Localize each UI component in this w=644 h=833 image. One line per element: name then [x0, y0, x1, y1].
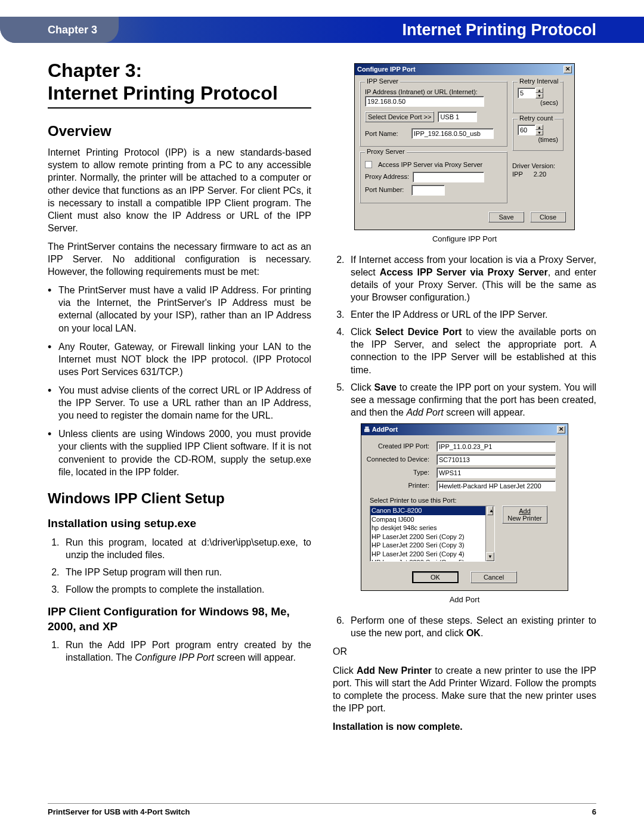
- figure-caption: Add Port: [333, 594, 596, 605]
- list-item: Click Select Device Port to view the ava…: [347, 326, 596, 376]
- close-icon[interactable]: ✕: [564, 66, 572, 73]
- chapter-tab: Chapter 3: [0, 17, 119, 43]
- list-item[interactable]: HP LaserJet 2200 Seri (Copy 2): [370, 532, 494, 541]
- config-steps-left: Run the Add IPP Port program entry creat…: [48, 639, 311, 664]
- spinner[interactable]: ▲▼: [535, 88, 543, 98]
- text: Click: [351, 327, 376, 337]
- text: screen will appear.: [214, 652, 296, 662]
- select-printer-label: Select Printer to use this Port:: [370, 496, 563, 505]
- connected-device-field: SC710113: [436, 454, 556, 465]
- text: Click: [351, 382, 374, 392]
- list-item[interactable]: hp deskjet 948c series: [370, 524, 494, 532]
- retry-count-input[interactable]: [518, 125, 535, 135]
- windows-setup-heading: Windows IPP Client Setup: [48, 489, 311, 508]
- spinner[interactable]: ▲▼: [535, 125, 543, 135]
- text-bold: Add New Printer: [357, 665, 432, 676]
- close-icon[interactable]: ✕: [557, 426, 565, 433]
- footer-left: PrintServer for USB with 4-Port Switch: [48, 807, 190, 816]
- list-item[interactable]: Canon BJC-8200: [370, 506, 494, 515]
- groupbox-legend: Retry count: [518, 114, 555, 123]
- list-item: If Internet access from your location is…: [347, 253, 596, 304]
- list-item[interactable]: HP LaserJet 2200 Seri (Copy 4): [370, 550, 494, 559]
- save-button[interactable]: Save: [488, 212, 524, 222]
- list-item: Enter the IP Address or URL of the IPP S…: [347, 308, 596, 321]
- dialog-title: 🖶 AddPort: [364, 425, 398, 434]
- complete-text: Installation is now complete.: [333, 720, 596, 733]
- install-steps: Run this program, located at d:\driver\i…: [48, 536, 311, 596]
- proxy-address-label: Proxy Address:: [365, 172, 409, 181]
- config-heading-line1: IPP Client Configuration for Windows 98,…: [48, 605, 290, 618]
- proxy-checkbox[interactable]: [365, 161, 372, 168]
- proxy-port-input[interactable]: [411, 185, 445, 196]
- text: Add: [519, 507, 531, 515]
- port-name-label: Port Name:: [365, 129, 408, 138]
- retry-interval-input[interactable]: [518, 88, 535, 98]
- add-new-printer-paragraph: Click Add New Printer to create a new pr…: [333, 664, 596, 714]
- requirements-list: The PrintServer must have a valid IP Add…: [48, 284, 311, 478]
- left-column: Chapter 3: Internet Printing Protocol Ov…: [48, 60, 311, 797]
- config-steps-right-cont: Perform one of these steps. Select an ex…: [333, 614, 596, 639]
- select-device-port-button[interactable]: Select Device Port >>: [365, 112, 434, 122]
- right-column: Configure IPP Port ✕ IPP Server IP Addre…: [333, 60, 596, 797]
- list-item: The IPP Setup program will then run.: [62, 566, 311, 578]
- type-field: WPS11: [436, 467, 556, 478]
- text-bold: OK: [466, 628, 481, 638]
- addport-dialog: 🖶 AddPort ✕ Created IPP Port:IPP_11.0.0.…: [361, 423, 568, 591]
- cancel-button[interactable]: Cancel: [470, 571, 517, 583]
- groupbox-legend: Retry Interval: [518, 77, 560, 86]
- list-item: Perform one of these steps. Select an ex…: [347, 614, 596, 639]
- dialog-title: Configure IPP Port: [357, 65, 416, 74]
- port-name-input[interactable]: [411, 128, 494, 139]
- groupbox-legend: Proxy Server: [365, 147, 407, 156]
- page-number: 6: [592, 807, 596, 816]
- printer-listbox[interactable]: Canon BJC-8200 Compaq IJ600 hp deskjet 9…: [370, 506, 495, 562]
- connected-device-label: Connected to Device:: [366, 455, 433, 464]
- scroll-down-icon[interactable]: ▼: [486, 552, 494, 561]
- add-new-printer-button[interactable]: Add New Printer: [502, 506, 547, 524]
- overview-p1: Internet Printing Protocol (IPP) is a ne…: [48, 146, 311, 234]
- scroll-up-icon[interactable]: ▲: [487, 506, 493, 515]
- list-item[interactable]: HP LaserJet 2200 Seri (Copy 3): [370, 541, 494, 550]
- scrollbar[interactable]: ▲ ▼: [485, 506, 494, 561]
- config-heading-line2: 2000, and XP: [48, 620, 117, 633]
- or-text: OR: [333, 645, 596, 658]
- overview-heading: Overview: [48, 122, 311, 141]
- proxy-checkbox-label: Access IPP Server via Proxy Server: [378, 160, 482, 169]
- config-steps-right: If Internet access from your location is…: [333, 253, 596, 419]
- list-item: Run this program, located at d:\driver\i…: [62, 536, 311, 561]
- close-button[interactable]: Close: [530, 212, 566, 222]
- list-item[interactable]: Compaq IJ600: [370, 515, 494, 524]
- retry-interval-unit: (secs): [518, 98, 558, 107]
- page-header: Chapter 3 Internet Printing Protocol: [0, 17, 644, 43]
- figure-caption: Configure IPP Port: [333, 234, 596, 244]
- list-item: The PrintServer must have a valid IP Add…: [58, 284, 311, 334]
- text: New Printer: [507, 515, 541, 522]
- list-item[interactable]: HP LaserJet 2200 Seri (Copy 5): [370, 558, 494, 562]
- device-port-field[interactable]: [438, 112, 477, 122]
- chapter-heading-line2: Internet Printing Protocol: [48, 82, 278, 104]
- ip-address-input[interactable]: [365, 96, 484, 107]
- created-port-label: Created IPP Port:: [366, 442, 433, 451]
- text-bold: Access IPP Server via Proxy Server: [380, 267, 548, 277]
- text-italic: Add Port: [406, 407, 443, 417]
- list-item: Follow the prompts to complete the insta…: [62, 583, 311, 596]
- list-item: You must advise clients of the correct U…: [58, 384, 311, 422]
- proxy-address-input[interactable]: [413, 172, 484, 182]
- proxy-server-groupbox: Proxy Server Access IPP Server via Proxy…: [360, 151, 507, 203]
- retry-count-unit: (times): [518, 135, 558, 144]
- ipp-server-groupbox: IPP Server IP Address (Intranet) or URL …: [360, 81, 507, 147]
- ok-button[interactable]: OK: [412, 571, 459, 583]
- driver-name: IPP: [512, 170, 523, 179]
- page-footer: PrintServer for USB with 4-Port Switch 6: [48, 803, 596, 816]
- dialog-titlebar: Configure IPP Port ✕: [355, 64, 574, 75]
- text: screen will appear.: [444, 407, 525, 417]
- list-item: Any Router, Gateway, or Firewall linking…: [58, 340, 311, 378]
- text: .: [481, 628, 483, 638]
- ip-address-label: IP Address (Intranet) or URL (Internet):: [365, 88, 502, 97]
- list-item: Click Save to create the IPP port on you…: [347, 381, 596, 419]
- config-heading: IPP Client Configuration for Windows 98,…: [48, 604, 311, 634]
- driver-version-label: Driver Version:: [512, 162, 569, 171]
- retry-interval-groupbox: Retry Interval ▲▼ (secs): [512, 81, 564, 114]
- text-italic: Configure IPP Port: [135, 652, 214, 662]
- text: Click: [333, 665, 357, 676]
